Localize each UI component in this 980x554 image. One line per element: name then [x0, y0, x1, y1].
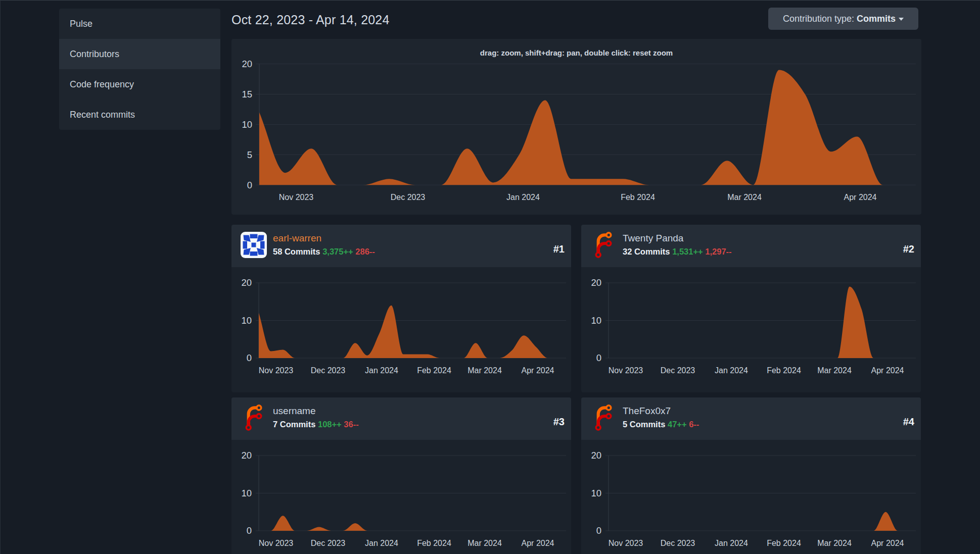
svg-text:0: 0 — [247, 180, 252, 190]
svg-text:Jan 2024: Jan 2024 — [506, 193, 540, 202]
svg-text:Feb 2024: Feb 2024 — [767, 539, 801, 547]
svg-text:Nov 2023: Nov 2023 — [609, 539, 643, 547]
svg-text:Mar 2024: Mar 2024 — [727, 193, 762, 202]
svg-text:Mar 2024: Mar 2024 — [817, 366, 852, 375]
svg-text:Apr 2024: Apr 2024 — [522, 539, 554, 547]
svg-text:10: 10 — [242, 119, 252, 130]
svg-text:Feb 2024: Feb 2024 — [417, 366, 451, 375]
svg-text:Apr 2024: Apr 2024 — [871, 539, 904, 547]
svg-text:Jan 2024: Jan 2024 — [715, 539, 748, 547]
svg-text:Jan 2024: Jan 2024 — [715, 366, 748, 375]
svg-text:20: 20 — [241, 450, 252, 461]
svg-text:Dec 2023: Dec 2023 — [311, 539, 346, 547]
svg-text:0: 0 — [247, 352, 252, 363]
svg-text:15: 15 — [242, 89, 252, 99]
svg-text:Dec 2023: Dec 2023 — [661, 366, 695, 375]
svg-text:20: 20 — [242, 59, 252, 69]
svg-text:10: 10 — [241, 488, 252, 498]
svg-text:Mar 2024: Mar 2024 — [468, 366, 502, 375]
svg-text:20: 20 — [241, 277, 252, 288]
svg-text:Nov 2023: Nov 2023 — [279, 193, 314, 202]
svg-text:Dec 2023: Dec 2023 — [391, 193, 426, 202]
svg-text:0: 0 — [247, 525, 252, 536]
svg-text:5: 5 — [247, 149, 252, 160]
svg-text:0: 0 — [596, 352, 601, 363]
svg-text:Mar 2024: Mar 2024 — [817, 539, 852, 547]
svg-text:20: 20 — [591, 450, 601, 461]
svg-text:Dec 2023: Dec 2023 — [661, 539, 695, 547]
svg-text:10: 10 — [591, 488, 601, 498]
svg-text:Apr 2024: Apr 2024 — [844, 193, 877, 202]
svg-text:Apr 2024: Apr 2024 — [522, 366, 554, 375]
svg-text:Nov 2023: Nov 2023 — [259, 539, 294, 547]
svg-text:20: 20 — [591, 277, 601, 288]
svg-text:Feb 2024: Feb 2024 — [767, 366, 801, 375]
svg-text:10: 10 — [591, 315, 601, 326]
svg-text:10: 10 — [241, 315, 252, 326]
svg-text:Apr 2024: Apr 2024 — [871, 366, 904, 375]
svg-text:Dec 2023: Dec 2023 — [311, 366, 346, 375]
svg-text:Feb 2024: Feb 2024 — [417, 539, 451, 547]
svg-text:0: 0 — [596, 525, 601, 536]
svg-text:Nov 2023: Nov 2023 — [259, 366, 294, 375]
svg-text:Nov 2023: Nov 2023 — [609, 366, 643, 375]
svg-text:Feb 2024: Feb 2024 — [621, 193, 655, 202]
svg-text:Mar 2024: Mar 2024 — [468, 539, 502, 547]
svg-text:Jan 2024: Jan 2024 — [365, 539, 398, 547]
svg-text:Jan 2024: Jan 2024 — [365, 366, 398, 375]
